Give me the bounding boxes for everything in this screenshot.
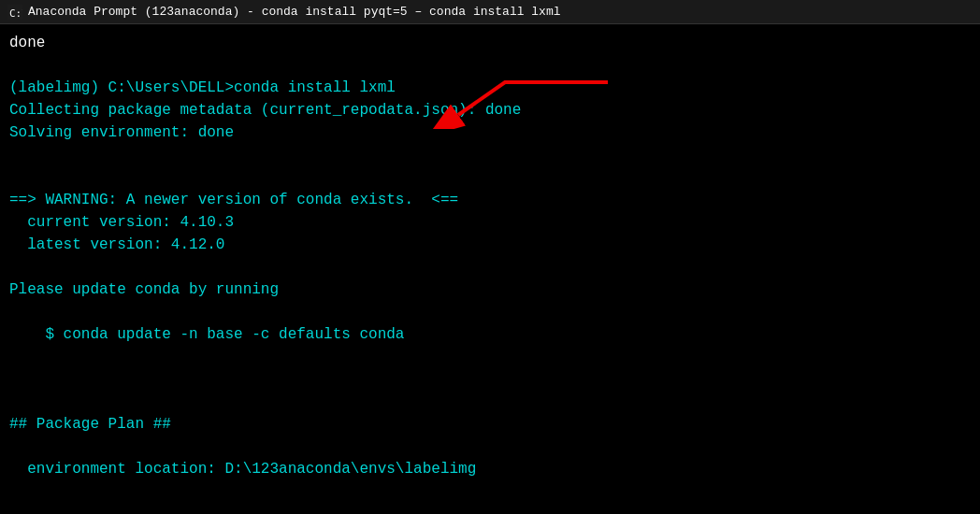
line-warning: ==> WARNING: A newer version of conda ex… bbox=[9, 189, 971, 211]
line-empty3 bbox=[9, 166, 971, 189]
line-collecting: Collecting package metadata (current_rep… bbox=[9, 99, 971, 121]
line-empty8 bbox=[9, 391, 971, 413]
line-done: done bbox=[9, 32, 971, 54]
line-plan: ## Package Plan ## bbox=[9, 413, 971, 435]
line-empty9 bbox=[9, 435, 971, 458]
svg-text:C:\: C:\ bbox=[9, 7, 22, 20]
line-please: Please update conda by running bbox=[9, 278, 971, 301]
line-command: $ conda update -n base -c defaults conda bbox=[9, 323, 971, 346]
line-env: environment location: D:\123anaconda\env… bbox=[9, 458, 971, 480]
line-prompt: (labelimg) C:\Users\DELL>conda install l… bbox=[9, 77, 971, 99]
line-empty1 bbox=[9, 54, 971, 77]
terminal-icon: C:\ bbox=[7, 5, 22, 20]
line-empty4 bbox=[9, 256, 971, 278]
terminal-body: done (labelimg) C:\Users\DELL>conda inst… bbox=[0, 24, 980, 514]
title-bar-text: Anaconda Prompt (123anaconda) - conda in… bbox=[28, 5, 561, 19]
line-empty5 bbox=[9, 301, 971, 323]
line-empty7 bbox=[9, 368, 971, 391]
line-empty2 bbox=[9, 144, 971, 166]
line-solving: Solving environment: done bbox=[9, 121, 971, 144]
line-current: current version: 4.10.3 bbox=[9, 211, 971, 234]
line-empty6 bbox=[9, 346, 971, 368]
title-bar: C:\ Anaconda Prompt (123anaconda) - cond… bbox=[0, 0, 980, 24]
line-latest: latest version: 4.12.0 bbox=[9, 234, 971, 256]
